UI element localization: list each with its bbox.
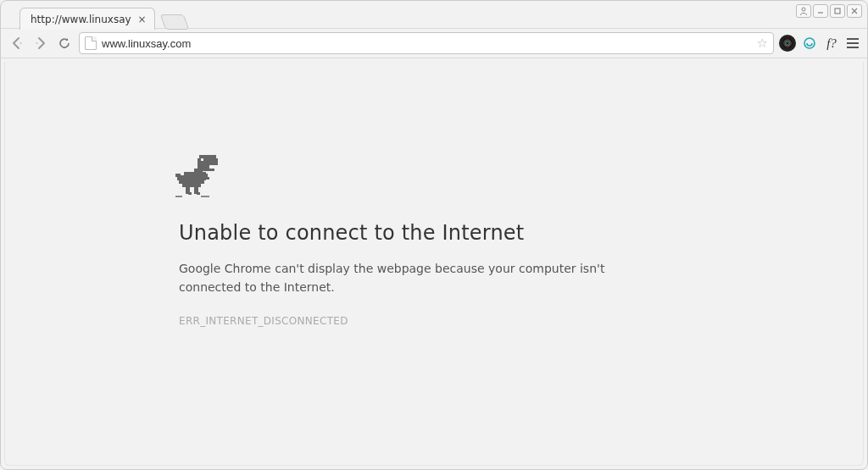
bookmark-star-icon[interactable]: ☆ [757, 36, 768, 51]
dino-icon [175, 155, 218, 197]
svg-rect-24 [177, 177, 182, 180]
svg-rect-12 [199, 155, 216, 158]
svg-point-11 [804, 38, 815, 48]
toolbar: ☆ f? [1, 28, 867, 58]
extension-icon-2[interactable] [801, 35, 818, 52]
error-code: ERR_INTERNET_DISCONNECTED [179, 315, 654, 327]
reload-button[interactable] [55, 34, 74, 53]
menu-button[interactable] [845, 38, 860, 48]
extension-icon-1[interactable] [779, 35, 796, 52]
back-button[interactable] [8, 34, 26, 53]
tab-active[interactable]: http://www.linuxsay × [19, 8, 155, 30]
tab-strip: http://www.linuxsay × [1, 1, 867, 28]
error-body: Google Chrome can't display the webpage … [179, 260, 654, 296]
svg-rect-13 [198, 158, 218, 162]
svg-rect-30 [197, 192, 200, 195]
tab-close-button[interactable]: × [138, 14, 147, 25]
extension-icon-3[interactable]: f? [823, 35, 840, 52]
svg-rect-28 [188, 192, 192, 195]
svg-rect-23 [175, 174, 181, 177]
new-tab-button[interactable] [160, 14, 190, 30]
browser-window: http://www.linuxsay × ☆ f? [0, 0, 868, 470]
svg-rect-17 [201, 158, 203, 161]
svg-point-6 [36, 42, 38, 44]
error-title: Unable to connect to the Internet [179, 221, 654, 245]
svg-rect-22 [182, 184, 201, 187]
url-input[interactable] [102, 37, 752, 50]
svg-rect-15 [198, 165, 209, 169]
page-icon [85, 36, 97, 50]
forward-button[interactable] [31, 34, 50, 53]
error-panel: Unable to connect to the Internet Google… [179, 155, 654, 327]
svg-rect-14 [198, 162, 218, 165]
page-content: Unable to connect to the Internet Google… [4, 62, 864, 466]
svg-rect-26 [206, 177, 209, 180]
omnibox[interactable]: ☆ [79, 32, 774, 54]
tab-title: http://www.linuxsay [31, 14, 131, 25]
svg-point-5 [20, 42, 22, 44]
svg-rect-21 [179, 177, 204, 184]
